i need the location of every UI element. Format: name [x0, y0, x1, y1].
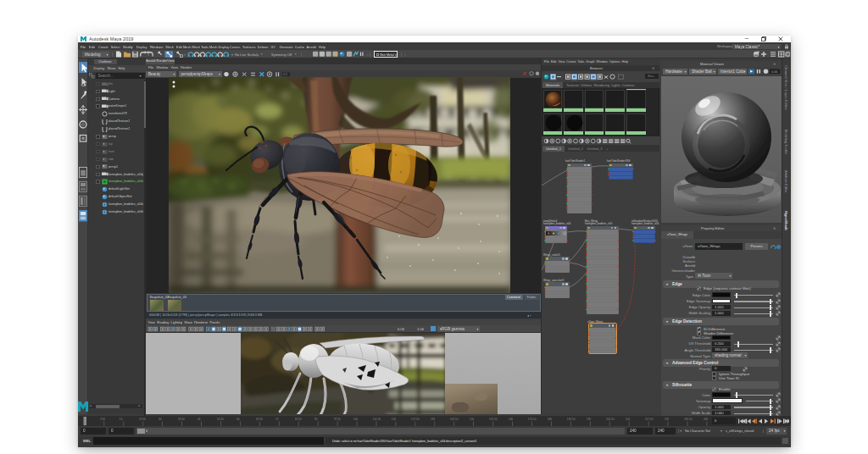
svg-text:157.50: 157.50: [489, 418, 498, 421]
svg-text:0.00: 0.00: [771, 70, 777, 74]
svg-text:135: 135: [431, 418, 435, 421]
svg-text:97.50: 97.50: [334, 418, 341, 421]
svg-text:0.5: 0.5: [283, 73, 287, 76]
svg-text:180: 180: [548, 418, 552, 421]
svg-text:105: 105: [353, 418, 358, 421]
svg-text:120: 120: [392, 418, 396, 421]
svg-text:225: 225: [665, 418, 669, 421]
svg-text:210: 210: [626, 418, 630, 421]
svg-text:52.50: 52.50: [217, 418, 224, 421]
svg-text:60: 60: [236, 418, 240, 421]
svg-text:82.50: 82.50: [295, 418, 302, 421]
svg-text:217.50: 217.50: [645, 418, 654, 421]
svg-text:195: 195: [587, 418, 591, 421]
svg-text:90: 90: [314, 418, 318, 421]
svg-text:15: 15: [120, 418, 123, 421]
svg-text:45: 45: [198, 418, 201, 421]
svg-text:|: |: [153, 52, 153, 57]
svg-text:187.50: 187.50: [567, 418, 576, 421]
svg-text:67.50: 67.50: [256, 418, 263, 421]
svg-text:150: 150: [470, 418, 474, 421]
svg-text:37.50: 37.50: [178, 418, 185, 421]
svg-text:22.50: 22.50: [139, 418, 146, 421]
svg-text:›: ›: [184, 53, 186, 58]
svg-text:›: ›: [147, 53, 149, 58]
svg-text:172.50: 172.50: [528, 418, 537, 421]
svg-text:▾: ▾: [231, 53, 233, 57]
svg-text:232.50: 232.50: [684, 418, 693, 421]
svg-text:75: 75: [275, 418, 279, 421]
svg-text:112.50: 112.50: [373, 418, 381, 421]
svg-text:142.50: 142.50: [450, 418, 459, 421]
svg-text:30: 30: [159, 418, 162, 421]
svg-text:202.50: 202.50: [606, 418, 615, 421]
svg-text:7.50: 7.50: [100, 418, 105, 421]
svg-text:127.50: 127.50: [411, 418, 420, 421]
svg-text:165: 165: [509, 418, 513, 421]
svg-text:240: 240: [704, 418, 708, 421]
